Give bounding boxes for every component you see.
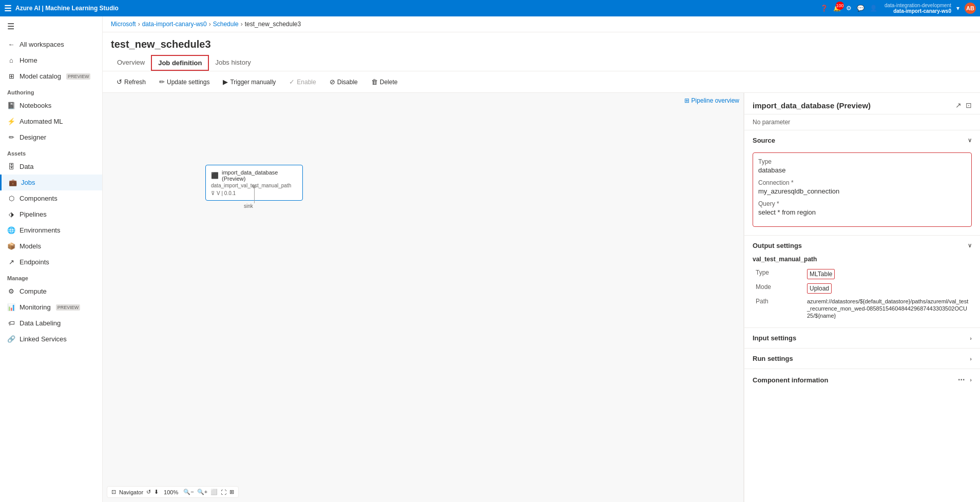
sidebar-item-automated-ml[interactable]: ⚡ Automated ML xyxy=(0,113,102,129)
breadcrumb-microsoft[interactable]: Microsoft xyxy=(111,21,136,28)
grid-icon[interactable]: ⊞ xyxy=(229,489,234,495)
environments-icon: 🌐 xyxy=(7,226,15,234)
input-settings-label: Input settings xyxy=(753,334,796,342)
account-avatar[interactable]: AB xyxy=(965,3,976,14)
fullscreen-icon[interactable]: ⛶ xyxy=(221,489,226,495)
canvas-bottom-toolbar: ⊡ Navigator ↺ ⬇ 100% 🔍− 🔍+ ⬜ ⛶ ⊞ xyxy=(107,486,239,498)
sidebar-label-designer: Designer xyxy=(20,133,46,141)
sidebar-item-data-labeling[interactable]: 🏷 Data Labeling xyxy=(0,315,102,331)
enable-icon: ✓ xyxy=(289,78,295,86)
automated-ml-icon: ⚡ xyxy=(7,118,15,125)
delete-icon: 🗑 xyxy=(371,78,378,86)
sidebar-label-data-labeling: Data Labeling xyxy=(20,319,61,327)
component-info-accordion[interactable]: Component information ··· › xyxy=(744,369,980,391)
sidebar-item-pipelines[interactable]: ⬗ Pipelines xyxy=(0,206,102,222)
output-mode-value: Upload xyxy=(804,281,972,296)
connector-line xyxy=(254,188,255,203)
source-accordion-body: Type database Connection * my_azuresqldb… xyxy=(744,152,980,235)
source-accordion-header[interactable]: Source ∨ xyxy=(744,130,980,150)
tab-overview[interactable]: Overview xyxy=(111,54,151,71)
sidebar-hamburger[interactable]: ☰ xyxy=(0,16,102,36)
output-type-label: Type xyxy=(753,267,804,281)
close-panel-icon[interactable]: ⊡ xyxy=(966,101,972,109)
sidebar-label-data: Data xyxy=(20,163,33,170)
output-type-val: MLTable xyxy=(807,269,835,279)
sidebar-item-back[interactable]: ← All workspaces xyxy=(0,36,102,52)
disable-button[interactable]: ⊘ Disable xyxy=(324,75,363,88)
output-chevron-icon: ∨ xyxy=(968,242,972,249)
run-chevron-icon: › xyxy=(970,356,972,362)
sidebar-item-designer[interactable]: ✏ Designer xyxy=(0,129,102,145)
output-table: Type MLTable Mode Upload xyxy=(753,267,972,321)
node-header: ⬛ import_data_database (Preview) xyxy=(211,169,297,182)
output-settings-accordion-header[interactable]: Output settings ∨ xyxy=(744,236,980,256)
canvas[interactable]: ⊞ Pipeline overview ⬛ import_data_databa… xyxy=(103,93,744,502)
sidebar-label-model-catalog: Model catalog xyxy=(20,72,61,80)
back-icon: ← xyxy=(7,41,15,48)
type-label: Type xyxy=(758,158,966,165)
refresh-canvas-icon[interactable]: ↺ xyxy=(146,489,151,495)
sidebar-item-notebooks[interactable]: 📓 Notebooks xyxy=(0,98,102,113)
hamburger-icon[interactable]: ☰ xyxy=(4,4,11,13)
sidebar-item-linked-services[interactable]: 🔗 Linked Services xyxy=(0,331,102,347)
right-panel-header: import_data_database (Preview) ↗ ⊡ xyxy=(744,93,980,114)
connection-value: my_azuresqldb_connection xyxy=(758,187,966,195)
workspace-env: data-integration-development xyxy=(885,3,951,8)
settings-icon[interactable]: ⚙ xyxy=(846,5,852,12)
sidebar-item-compute[interactable]: ⚙ Compute xyxy=(0,283,102,299)
preview-badge: PREVIEW xyxy=(66,73,91,80)
trigger-manually-button[interactable]: ▶ Trigger manually xyxy=(217,75,281,88)
tab-job-definition[interactable]: Job definition xyxy=(151,55,209,71)
pipeline-overview-button[interactable]: ⊞ Pipeline overview xyxy=(684,97,739,104)
sidebar-label-models: Models xyxy=(20,242,41,250)
help-icon[interactable]: ❓ xyxy=(820,5,828,12)
run-settings-accordion[interactable]: Run settings › xyxy=(744,349,980,369)
sidebar-item-endpoints[interactable]: ↗ Endpoints xyxy=(0,254,102,270)
source-chevron-icon: ∨ xyxy=(968,137,972,144)
breadcrumb-sep-3: › xyxy=(241,21,243,28)
dropdown-icon[interactable]: ▾ xyxy=(956,5,959,12)
sidebar-item-home[interactable]: ⌂ Home xyxy=(0,52,102,68)
expand-icon[interactable]: ↗ xyxy=(955,101,962,109)
input-chevron-icon: › xyxy=(970,335,972,341)
user-icon[interactable]: 👤 xyxy=(870,5,877,12)
sidebar-item-model-catalog[interactable]: ⊞ Model catalog PREVIEW xyxy=(0,68,102,84)
source-header-label: Source xyxy=(753,137,775,144)
output-type-value: MLTable xyxy=(804,267,972,281)
page-header: test_new_schedule3 xyxy=(103,32,980,54)
component-info-chevron-icon: › xyxy=(970,377,972,383)
sidebar-label-components: Components xyxy=(20,195,57,202)
page-title: test_new_schedule3 xyxy=(111,38,972,50)
sidebar-item-jobs[interactable]: 💼 Jobs xyxy=(0,175,102,190)
assets-header: Assets xyxy=(0,145,102,159)
more-options-icon[interactable]: ··· xyxy=(958,375,965,384)
fit-view-icon[interactable]: ⬜ xyxy=(210,489,218,495)
content-area: Microsoft › data-import-canary-ws0 › Sch… xyxy=(103,16,980,502)
notification-icon[interactable]: 🔔 100 xyxy=(833,5,841,12)
zoom-out-icon[interactable]: 🔍− xyxy=(183,489,194,495)
node-name: import_data_database (Preview) xyxy=(222,169,297,182)
sidebar-item-models[interactable]: 📦 Models xyxy=(0,238,102,254)
topbar: ☰ Azure AI | Machine Learning Studio ❓ 🔔… xyxy=(0,0,980,16)
download-icon[interactable]: ⬇ xyxy=(154,489,159,495)
sidebar-item-data[interactable]: 🗄 Data xyxy=(0,159,102,175)
sidebar-item-monitoring[interactable]: 📊 Monitoring PREVIEW xyxy=(0,299,102,315)
topbar-left: ☰ Azure AI | Machine Learning Studio xyxy=(4,4,119,13)
breadcrumb-workspace[interactable]: data-import-canary-ws0 xyxy=(142,21,207,28)
feedback-icon[interactable]: 💬 xyxy=(857,5,864,12)
breadcrumb: Microsoft › data-import-canary-ws0 › Sch… xyxy=(103,16,980,32)
zoom-in-icon[interactable]: 🔍+ xyxy=(197,489,207,495)
sidebar-label-monitoring: Monitoring xyxy=(20,303,51,311)
pipeline-overview-label: Pipeline overview xyxy=(691,97,739,104)
enable-button[interactable]: ✓ Enable xyxy=(283,75,321,88)
breadcrumb-sep-2: › xyxy=(209,21,211,28)
sidebar-item-components[interactable]: ⬡ Components xyxy=(0,190,102,206)
delete-button[interactable]: 🗑 Delete xyxy=(366,75,403,88)
refresh-button[interactable]: ↺ Refresh xyxy=(111,75,151,88)
tab-jobs-history[interactable]: Jobs history xyxy=(209,54,257,71)
sidebar-item-environments[interactable]: 🌐 Environments xyxy=(0,222,102,238)
breadcrumb-schedule[interactable]: Schedule xyxy=(213,21,239,28)
input-settings-accordion[interactable]: Input settings › xyxy=(744,328,980,349)
output-header-label: Output settings xyxy=(753,242,802,249)
update-settings-button[interactable]: ✏ Update settings xyxy=(153,75,215,88)
